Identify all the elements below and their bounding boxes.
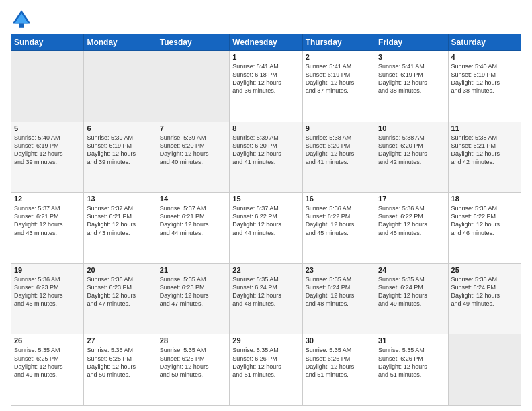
day-cell: 20Sunrise: 5:36 AMSunset: 6:23 PMDayligh…	[84, 263, 157, 334]
day-number: 22	[232, 266, 299, 274]
day-info: Sunrise: 5:35 AMSunset: 6:24 PMDaylight:…	[451, 275, 518, 308]
day-cell: 17Sunrise: 5:36 AMSunset: 6:22 PMDayligh…	[375, 193, 448, 264]
day-cell: 13Sunrise: 5:37 AMSunset: 6:21 PMDayligh…	[84, 193, 157, 264]
day-cell: 24Sunrise: 5:35 AMSunset: 6:24 PMDayligh…	[375, 263, 448, 334]
day-number: 10	[378, 124, 445, 132]
page: SundayMondayTuesdayWednesdayThursdayFrid…	[0, 0, 532, 411]
day-number: 20	[87, 266, 153, 274]
weekday-saturday: Saturday	[448, 34, 521, 51]
day-info: Sunrise: 5:36 AMSunset: 6:22 PMDaylight:…	[378, 204, 445, 237]
day-number: 4	[451, 53, 518, 61]
week-row-1: 1Sunrise: 5:41 AMSunset: 6:18 PMDaylight…	[11, 51, 521, 122]
day-cell	[84, 51, 157, 122]
day-number: 30	[306, 336, 372, 345]
day-cell: 21Sunrise: 5:35 AMSunset: 6:23 PMDayligh…	[157, 263, 229, 334]
day-cell	[448, 334, 521, 406]
week-row-2: 5Sunrise: 5:40 AMSunset: 6:19 PMDaylight…	[11, 122, 521, 193]
day-cell: 30Sunrise: 5:35 AMSunset: 6:26 PMDayligh…	[302, 334, 375, 406]
week-row-4: 19Sunrise: 5:36 AMSunset: 6:23 PMDayligh…	[11, 263, 521, 334]
day-cell: 25Sunrise: 5:35 AMSunset: 6:24 PMDayligh…	[448, 263, 521, 334]
day-cell: 12Sunrise: 5:37 AMSunset: 6:21 PMDayligh…	[11, 193, 84, 264]
logo-icon	[11, 8, 32, 30]
day-cell: 27Sunrise: 5:35 AMSunset: 6:25 PMDayligh…	[84, 334, 157, 406]
day-number: 9	[306, 124, 372, 132]
calendar-table: SundayMondayTuesdayWednesdayThursdayFrid…	[11, 34, 521, 406]
day-info: Sunrise: 5:37 AMSunset: 6:21 PMDaylight:…	[160, 204, 226, 237]
day-cell: 14Sunrise: 5:37 AMSunset: 6:21 PMDayligh…	[157, 193, 229, 264]
day-info: Sunrise: 5:41 AMSunset: 6:18 PMDaylight:…	[232, 62, 299, 95]
day-cell: 22Sunrise: 5:35 AMSunset: 6:24 PMDayligh…	[230, 263, 302, 334]
day-info: Sunrise: 5:38 AMSunset: 6:20 PMDaylight:…	[306, 134, 372, 167]
day-number: 15	[232, 195, 299, 203]
day-info: Sunrise: 5:37 AMSunset: 6:22 PMDaylight:…	[232, 204, 299, 237]
weekday-thursday: Thursday	[302, 34, 375, 51]
day-number: 14	[160, 195, 226, 203]
day-info: Sunrise: 5:35 AMSunset: 6:24 PMDaylight:…	[232, 275, 299, 308]
day-number: 31	[378, 336, 445, 345]
day-cell: 2Sunrise: 5:41 AMSunset: 6:19 PMDaylight…	[302, 51, 375, 122]
day-info: Sunrise: 5:39 AMSunset: 6:20 PMDaylight:…	[160, 134, 226, 167]
day-number: 27	[87, 336, 153, 345]
day-cell: 7Sunrise: 5:39 AMSunset: 6:20 PMDaylight…	[157, 122, 229, 193]
day-cell: 28Sunrise: 5:35 AMSunset: 6:25 PMDayligh…	[157, 334, 229, 406]
weekday-header-row: SundayMondayTuesdayWednesdayThursdayFrid…	[11, 34, 521, 51]
day-cell: 31Sunrise: 5:35 AMSunset: 6:26 PMDayligh…	[375, 334, 448, 406]
day-info: Sunrise: 5:35 AMSunset: 6:25 PMDaylight:…	[160, 346, 226, 379]
day-cell: 16Sunrise: 5:36 AMSunset: 6:22 PMDayligh…	[302, 193, 375, 264]
day-info: Sunrise: 5:35 AMSunset: 6:24 PMDaylight:…	[306, 275, 372, 308]
day-cell	[157, 51, 229, 122]
day-number: 2	[306, 53, 372, 61]
day-number: 23	[306, 266, 372, 274]
weekday-tuesday: Tuesday	[157, 34, 229, 51]
day-cell: 29Sunrise: 5:35 AMSunset: 6:26 PMDayligh…	[230, 334, 302, 406]
day-info: Sunrise: 5:35 AMSunset: 6:26 PMDaylight:…	[232, 346, 299, 379]
day-number: 3	[378, 53, 445, 61]
week-row-3: 12Sunrise: 5:37 AMSunset: 6:21 PMDayligh…	[11, 193, 521, 264]
day-number: 28	[160, 336, 226, 345]
day-info: Sunrise: 5:41 AMSunset: 6:19 PMDaylight:…	[306, 62, 372, 95]
day-number: 26	[14, 336, 81, 345]
day-number: 29	[232, 336, 299, 345]
day-info: Sunrise: 5:38 AMSunset: 6:21 PMDaylight:…	[451, 134, 518, 167]
day-info: Sunrise: 5:35 AMSunset: 6:26 PMDaylight:…	[378, 346, 445, 379]
calendar-body: 1Sunrise: 5:41 AMSunset: 6:18 PMDaylight…	[11, 51, 521, 406]
weekday-wednesday: Wednesday	[230, 34, 302, 51]
day-info: Sunrise: 5:40 AMSunset: 6:19 PMDaylight:…	[14, 134, 81, 167]
day-info: Sunrise: 5:37 AMSunset: 6:21 PMDaylight:…	[14, 204, 81, 237]
day-info: Sunrise: 5:36 AMSunset: 6:23 PMDaylight:…	[87, 275, 153, 308]
logo	[11, 8, 35, 30]
weekday-sunday: Sunday	[11, 34, 84, 51]
day-number: 7	[160, 124, 226, 132]
day-info: Sunrise: 5:35 AMSunset: 6:26 PMDaylight:…	[306, 346, 372, 379]
day-info: Sunrise: 5:40 AMSunset: 6:19 PMDaylight:…	[451, 62, 518, 95]
day-info: Sunrise: 5:39 AMSunset: 6:19 PMDaylight:…	[87, 134, 153, 167]
day-number: 17	[378, 195, 445, 203]
day-number: 8	[232, 124, 299, 132]
day-info: Sunrise: 5:35 AMSunset: 6:24 PMDaylight:…	[378, 275, 445, 308]
day-number: 5	[14, 124, 81, 132]
day-number: 6	[87, 124, 153, 132]
day-cell: 5Sunrise: 5:40 AMSunset: 6:19 PMDaylight…	[11, 122, 84, 193]
day-cell: 23Sunrise: 5:35 AMSunset: 6:24 PMDayligh…	[302, 263, 375, 334]
day-info: Sunrise: 5:35 AMSunset: 6:23 PMDaylight:…	[160, 275, 226, 308]
day-cell: 15Sunrise: 5:37 AMSunset: 6:22 PMDayligh…	[230, 193, 302, 264]
day-info: Sunrise: 5:36 AMSunset: 6:22 PMDaylight:…	[451, 204, 518, 237]
calendar-header: SundayMondayTuesdayWednesdayThursdayFrid…	[11, 34, 521, 51]
day-number: 21	[160, 266, 226, 274]
day-cell: 1Sunrise: 5:41 AMSunset: 6:18 PMDaylight…	[230, 51, 302, 122]
day-cell: 6Sunrise: 5:39 AMSunset: 6:19 PMDaylight…	[84, 122, 157, 193]
day-info: Sunrise: 5:36 AMSunset: 6:22 PMDaylight:…	[306, 204, 372, 237]
day-cell: 9Sunrise: 5:38 AMSunset: 6:20 PMDaylight…	[302, 122, 375, 193]
weekday-friday: Friday	[375, 34, 448, 51]
day-cell	[11, 51, 84, 122]
day-number: 25	[451, 266, 518, 274]
day-number: 12	[14, 195, 81, 203]
day-number: 16	[306, 195, 372, 203]
day-info: Sunrise: 5:38 AMSunset: 6:20 PMDaylight:…	[378, 134, 445, 167]
day-number: 24	[378, 266, 445, 274]
day-cell: 8Sunrise: 5:39 AMSunset: 6:20 PMDaylight…	[230, 122, 302, 193]
day-number: 1	[232, 53, 299, 61]
week-row-5: 26Sunrise: 5:35 AMSunset: 6:25 PMDayligh…	[11, 334, 521, 406]
day-number: 11	[451, 124, 518, 132]
day-cell: 11Sunrise: 5:38 AMSunset: 6:21 PMDayligh…	[448, 122, 521, 193]
